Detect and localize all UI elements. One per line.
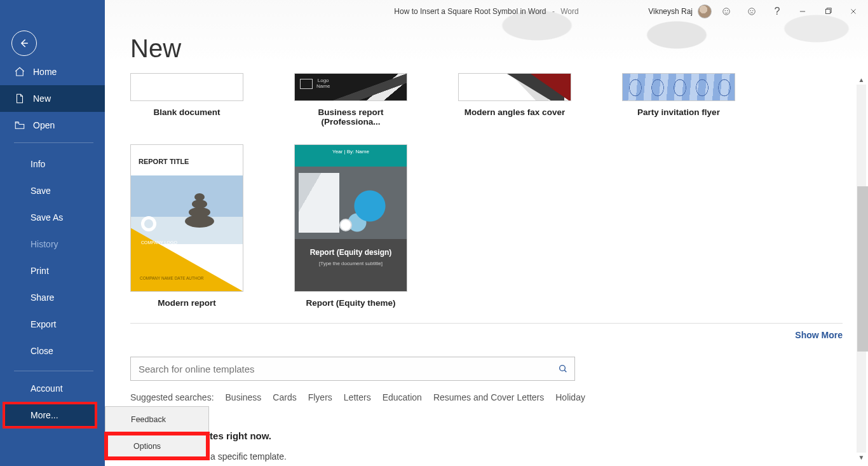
suggested-cards[interactable]: Cards [273,392,296,402]
template-thumb [458,73,571,101]
thumb-sub: [Type the document subtitle] [304,261,398,266]
back-button[interactable] [11,31,37,56]
suggested-resumes[interactable]: Resumes and Cover Letters [433,392,544,402]
sidebar-label: More... [31,410,58,420]
flyout-item-feedback[interactable]: Feedback [105,407,208,433]
search-button[interactable] [552,357,574,380]
thumb-company: COMPANY LOGO [141,240,177,245]
sidebar-item-share[interactable]: Share [0,284,105,311]
show-more-link[interactable]: Show More [130,330,843,340]
svg-point-5 [752,10,754,11]
more-flyout: Feedback Options [105,406,209,460]
frown-icon[interactable] [741,3,763,20]
main-content: New Blank document Business report (Prof… [105,0,868,466]
scroll-down-icon[interactable]: ▼ [857,453,866,462]
sidebar-label: New [33,93,51,104]
scroll-thumb[interactable] [857,186,868,352]
template-modern-angles-fax[interactable]: Modern angles fax cover [458,73,571,127]
sidebar-item-print[interactable]: Print [0,257,105,284]
template-label: Modern report [130,298,243,308]
backstage-sidebar: Home New Open Info Save Save As History … [0,0,105,466]
template-label: Business report (Professiona... [294,107,407,127]
flyout-label: Feedback [131,415,166,424]
vertical-scrollbar[interactable]: ▲ ▼ [856,75,867,462]
template-report-equity[interactable]: Year | By: Name Report (Equity design) [… [294,144,407,308]
home-icon [14,66,25,78]
sidebar-label: Home [33,67,57,77]
template-thumb: REPORT TITLE COMPANY LOGO COMPANY NAME D… [130,144,243,292]
sidebar-label: Save As [31,212,63,223]
search-input[interactable] [131,357,552,380]
sidebar-label: Open [33,120,55,130]
sidebar-label: Close [31,346,53,356]
svg-point-4 [750,10,751,11]
sidebar-label: Share [31,292,54,303]
template-row-1: Blank document Business report (Professi… [130,72,843,127]
help-icon[interactable]: ? [766,3,788,20]
sidebar-item-export[interactable]: Export [0,311,105,338]
template-thumb [622,73,735,101]
suggested-education[interactable]: Education [383,392,422,402]
template-label: Blank document [130,107,243,117]
thumb-title: REPORT TITLE [139,158,189,165]
sidebar-item-history: History [0,231,105,257]
suggested-business[interactable]: Business [226,392,262,402]
suggested-searches: Suggested searches: Business Cards Flyer… [130,392,843,402]
template-label: Report (Equity theme) [294,298,407,308]
sidebar-item-more[interactable]: More... [4,403,96,427]
sidebar-label: Print [31,266,49,276]
maximize-icon[interactable] [817,3,839,20]
sidebar-group: Info Save Save As History Print Share Ex… [0,151,105,364]
user-name[interactable]: Vikneysh Raj [648,7,693,16]
suggested-flyers[interactable]: Flyers [308,392,332,402]
title-separator: - [552,7,555,16]
svg-point-7 [560,366,566,371]
cant-find-heading: any Office templates right now. [130,430,843,441]
sidebar-separator [14,371,93,371]
svg-point-1 [724,10,726,11]
sidebar-label: Export [31,319,56,329]
search-icon [558,364,568,374]
sidebar-item-new[interactable]: New [0,85,105,112]
sidebar-item-save-as[interactable]: Save As [0,204,105,231]
template-thumb [294,73,407,101]
svg-point-3 [749,8,756,15]
thumb-meta: COMPANY NAME DATE AUTHOR [140,275,203,281]
suggested-letters[interactable]: Letters [344,392,371,402]
template-party-invitation[interactable]: Party invitation flyer [622,73,735,127]
template-search [130,357,575,381]
cant-find-section: any Office templates right now. e search… [130,430,843,462]
template-row-2: REPORT TITLE COMPANY LOGO COMPANY NAME D… [130,144,843,308]
smile-icon[interactable] [715,3,737,20]
avatar[interactable] [698,4,712,18]
cant-find-body: e search box to find a specific template… [130,451,843,462]
open-folder-icon [14,120,25,131]
sidebar-item-save[interactable]: Save [0,177,105,204]
flyout-item-options[interactable]: Options [105,433,208,459]
suggested-holiday[interactable]: Holiday [555,392,585,402]
app-name: Word [560,7,578,16]
sidebar-item-info[interactable]: Info [0,151,105,177]
template-label: Modern angles fax cover [458,107,571,117]
template-business-report[interactable]: Business report (Professiona... [294,73,407,127]
close-icon[interactable] [843,3,864,20]
new-doc-icon [14,93,25,104]
svg-point-2 [727,10,728,11]
minimize-icon[interactable] [792,3,813,20]
sidebar-label: Info [31,159,45,169]
template-blank-document[interactable]: Blank document [130,73,243,127]
thumb-title: Report (Equity design) [304,248,398,257]
svg-point-0 [723,8,730,15]
sidebar-item-account[interactable]: Account [0,375,105,402]
template-modern-report[interactable]: REPORT TITLE COMPANY LOGO COMPANY NAME D… [130,144,243,308]
sidebar-item-close[interactable]: Close [0,338,105,364]
scroll-track[interactable] [857,85,866,453]
sidebar-item-open[interactable]: Open [0,112,105,139]
svg-rect-6 [826,10,831,14]
titlebar: How to Insert a Square Root Symbol in Wo… [105,0,868,23]
sidebar-label: History [31,239,58,249]
sidebar-label: Save [31,186,51,196]
sidebar-item-home[interactable]: Home [0,58,105,85]
scroll-up-icon[interactable]: ▲ [857,75,866,85]
template-thumb: Year | By: Name Report (Equity design) [… [294,144,407,292]
